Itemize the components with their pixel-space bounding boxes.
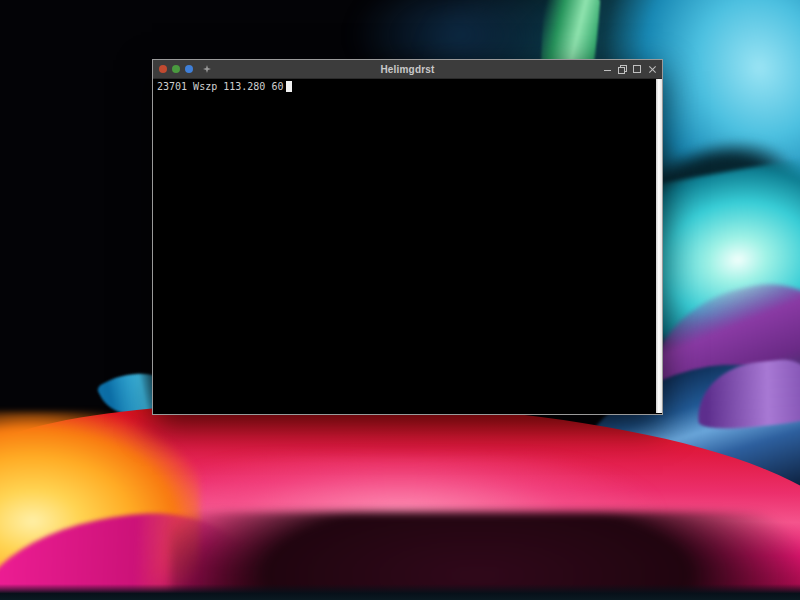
window-button-red[interactable] xyxy=(159,65,167,73)
desktop-wallpaper: Helimgdrst 23701 Wszp 113.280 60 xyxy=(0,0,800,600)
wallpaper-pink-highlight xyxy=(140,455,660,585)
titlebar[interactable]: Helimgdrst xyxy=(153,60,662,79)
wallpaper-magenta-band xyxy=(0,507,272,600)
wallpaper-red-wave xyxy=(0,395,800,600)
window-controls xyxy=(604,65,656,73)
wallpaper-maroon-shadow xyxy=(170,512,800,600)
scrollbar[interactable] xyxy=(656,79,662,413)
window-button-blue[interactable] xyxy=(185,65,193,73)
wallpaper-teal-wedge xyxy=(740,330,800,420)
restore-icon[interactable] xyxy=(618,65,626,73)
window-title: Helimgdrst xyxy=(153,64,662,75)
sparkle-icon xyxy=(203,65,211,73)
wallpaper-purple-ribbon-corner xyxy=(693,355,800,432)
minimize-icon[interactable] xyxy=(604,70,611,71)
terminal-text: 23701 Wszp 113.280 60 xyxy=(157,81,283,92)
terminal-output-line: 23701 Wszp 113.280 60 xyxy=(153,79,662,94)
close-icon[interactable] xyxy=(648,65,656,73)
terminal-body[interactable]: 23701 Wszp 113.280 60 xyxy=(153,79,662,413)
window-button-green[interactable] xyxy=(172,65,180,73)
terminal-window: Helimgdrst 23701 Wszp 113.280 60 xyxy=(152,59,663,415)
terminal-cursor xyxy=(286,81,292,92)
wallpaper-bottom-strip xyxy=(0,584,800,600)
maximize-icon[interactable] xyxy=(633,65,641,73)
wallpaper-orange-glow xyxy=(0,412,200,600)
